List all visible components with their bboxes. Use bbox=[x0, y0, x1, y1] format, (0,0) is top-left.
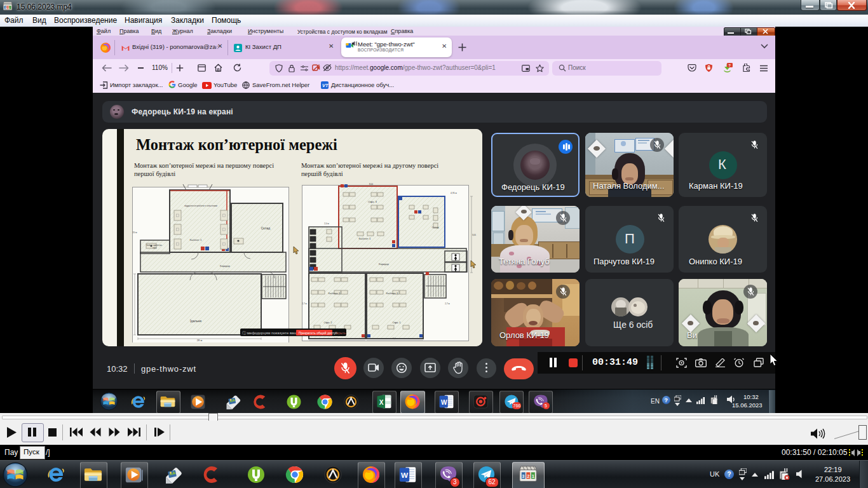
svg-text:6,0 м: 6,0 м bbox=[393, 337, 398, 340]
svg-text:2,0 м: 2,0 м bbox=[324, 222, 329, 225]
svg-text:Офіс 2: Офіс 2 bbox=[323, 321, 332, 324]
svg-text:2: 2 bbox=[527, 473, 529, 479]
svg-text:віддалення роботи з клієнтами: віддалення роботи з клієнтами bbox=[184, 205, 217, 207]
svg-text:Їдальня: Їдальня bbox=[190, 319, 201, 323]
svg-text:Склад: Склад bbox=[261, 226, 271, 230]
svg-text:6,0 м: 6,0 м bbox=[334, 337, 340, 340]
svg-text:Офіс 3: Офіс 3 bbox=[368, 200, 377, 203]
svg-text:3,05: 3,05 bbox=[472, 234, 476, 236]
svg-text:тора: тора bbox=[153, 247, 156, 249]
svg-text:Кабінет 1: Кабінет 1 bbox=[329, 292, 341, 295]
svg-text:321: 321 bbox=[4, 6, 10, 10]
svg-text:W: W bbox=[401, 471, 409, 479]
svg-text:2,7 м: 2,7 м bbox=[302, 302, 307, 305]
svg-text:W: W bbox=[441, 399, 447, 406]
svg-text:Кабінет 1: Кабінет 1 bbox=[190, 238, 202, 241]
svg-text:8,00: 8,00 bbox=[369, 183, 373, 186]
svg-text:20 м: 20 м bbox=[133, 231, 138, 234]
svg-text:1: 1 bbox=[532, 473, 534, 479]
svg-text:Офіс 1: Офіс 1 bbox=[392, 321, 401, 324]
svg-text:4,95 м: 4,95 м bbox=[451, 192, 458, 194]
svg-text:28 м: 28 м bbox=[197, 339, 203, 342]
svg-text:Кабінет 1: Кабінет 1 bbox=[386, 292, 398, 295]
svg-text:?: ? bbox=[728, 64, 731, 67]
svg-text:2,7 м: 2,7 м bbox=[445, 302, 450, 305]
svg-text:Коридор: Коридор bbox=[220, 264, 231, 268]
svg-text:X: X bbox=[379, 399, 384, 406]
svg-text:Кабінет 1: Кабінет 1 bbox=[359, 237, 371, 240]
svg-text:Склад: Склад bbox=[432, 226, 440, 229]
svg-text:3: 3 bbox=[522, 473, 524, 479]
svg-text:Коридор: Коридор bbox=[379, 262, 390, 266]
